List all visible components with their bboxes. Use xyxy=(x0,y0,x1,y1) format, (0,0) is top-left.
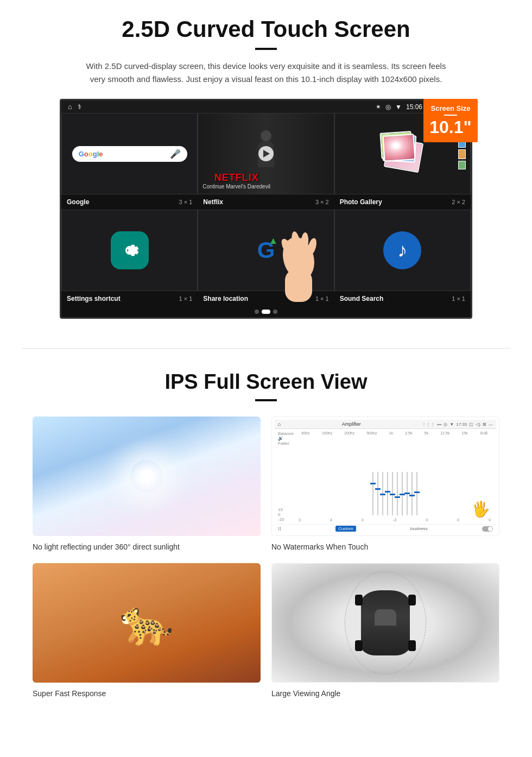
play-triangle-icon xyxy=(263,150,270,157)
section-divider xyxy=(22,348,510,349)
eq-custom-button[interactable]: Custom xyxy=(335,526,356,532)
page-dot-3 xyxy=(273,310,277,314)
share-app-name: Share location xyxy=(203,295,248,302)
status-bar-left: ⌂ ⚕ xyxy=(68,103,81,111)
img-card-eq: ⌂ Amplifier ⋮⋮⋮ ••• ◎ ▼ 17:33 ◫ ◁) ⊠ — xyxy=(271,417,499,552)
cheetah-emoji: 🐆 xyxy=(119,601,174,645)
settings-app-dims: 1 × 1 xyxy=(179,295,193,302)
img-card-cheetah: 🐆 Super Fast Response xyxy=(33,563,261,699)
app-labels-row2: Settings shortcut 1 × 1 Share location 1… xyxy=(61,291,471,306)
eq-prev-icon: ⟨⟨ xyxy=(278,526,281,531)
eq-bullet: ••• xyxy=(437,422,441,427)
cheetah-image: 🐆 xyxy=(33,563,261,683)
app-label-settings: Settings shortcut 1 × 1 xyxy=(61,293,198,304)
status-bar: ⌂ ⚕ ✴ ◎ ▼ 15:06 ◫ ◁) ⊠ ▭ xyxy=(61,100,471,113)
badge-title: Screen Size xyxy=(428,104,473,112)
eq-image: ⌂ Amplifier ⋮⋮⋮ ••• ◎ ▼ 17:33 ◫ ◁) ⊠ — xyxy=(271,417,499,536)
eq-bars-area: 60hz100hz200hz500hz1k2.5k5k12.5k15kSUB xyxy=(296,431,493,522)
gallery-app-name: Photo Gallery xyxy=(340,198,382,206)
app-cell-netflix[interactable]: NETFLIX Continue Marvel's Daredevil xyxy=(198,113,334,194)
sound-app-name: Sound Search xyxy=(340,295,384,302)
device-mockup: Screen Size 10.1" ⌂ ⚕ ✴ ◎ ▼ 15:06 ◫ xyxy=(60,99,472,319)
eq-val-neg10: -10 xyxy=(278,517,294,522)
eq-footer: ⟨⟨ Custom loudness xyxy=(275,524,496,533)
eq-bottom-labels: 340-3000 xyxy=(296,518,493,522)
car-wheel-front-left xyxy=(355,595,363,605)
eq-label-balance: Balance xyxy=(278,431,294,436)
car-wheel-front-right xyxy=(408,595,416,605)
feature-image-grid: No light reflecting under 360° direct su… xyxy=(33,417,499,699)
section1-title: 2.5D Curved Touch Screen xyxy=(33,16,499,42)
gps-icon: ◎ xyxy=(385,103,391,111)
eq-loudness-label: loudness xyxy=(410,526,428,531)
app-cell-share-location[interactable]: G ▲ xyxy=(198,210,334,291)
netflix-logo: NETFLIX xyxy=(202,172,270,184)
netflix-overlay: NETFLIX Continue Marvel's Daredevil xyxy=(202,172,270,190)
eq-val-10: 10 xyxy=(278,507,294,512)
eq-min-icon: — xyxy=(489,422,493,427)
eq-label-fader: Fader xyxy=(278,441,294,446)
img-card-car: Large Viewing Angle xyxy=(271,563,499,699)
eq-y-labels: Balance 🔊 Fader 10 0 -10 xyxy=(278,431,294,522)
google-app-name: Google xyxy=(67,198,89,206)
eq-wifi-icon: ▼ xyxy=(449,422,454,427)
section2-title: IPS Full Screen View xyxy=(33,370,499,394)
page-dot-2-active xyxy=(262,310,270,314)
eq-toggle[interactable] xyxy=(482,526,493,532)
badge-underline xyxy=(444,115,457,116)
eq-gps-icon: ◎ xyxy=(444,422,447,427)
netflix-subtitle: Continue Marvel's Daredevil xyxy=(202,184,270,190)
sky-image xyxy=(33,417,261,536)
page-dots xyxy=(61,306,471,317)
hand-pointing xyxy=(269,231,328,304)
gallery-app-dims: 2 × 2 xyxy=(452,199,465,205)
eq-title: Amplifier xyxy=(342,421,361,427)
google-app-dims: 3 × 1 xyxy=(179,199,193,205)
settings-icon-wrap xyxy=(111,231,149,269)
img-card-sky: No light reflecting under 360° direct su… xyxy=(33,417,261,552)
home-icon: ⌂ xyxy=(68,103,72,111)
eq-hand-icon: 🖐 xyxy=(471,500,490,518)
wifi-icon: ▼ xyxy=(395,103,402,111)
usb-icon: ⚕ xyxy=(78,103,81,111)
car-body xyxy=(361,590,410,655)
status-time: 15:06 xyxy=(406,103,422,111)
app-label-gallery: Photo Gallery 2 × 2 xyxy=(334,197,471,207)
eq-val-0: 0 xyxy=(278,512,294,517)
google-logo: Google xyxy=(79,150,103,158)
cheetah-caption: Super Fast Response xyxy=(33,688,261,699)
eq-vol-icon: ◁) xyxy=(476,422,480,427)
section1-title-underline xyxy=(255,48,277,50)
app-cell-sound-search[interactable]: ♪ xyxy=(334,210,471,291)
settings-app-name: Settings shortcut xyxy=(67,295,121,302)
bluetooth-icon: ✴ xyxy=(376,103,381,111)
google-search-bar[interactable]: Google 🎤 xyxy=(72,146,187,162)
eq-freq-row: 60hz100hz200hz500hz1k2.5k5k12.5k15kSUB xyxy=(296,431,493,435)
section-ips: IPS Full Screen View No light reflecting… xyxy=(0,365,532,715)
app-label-netflix: Netflix 3 × 2 xyxy=(198,197,334,207)
settings-gear-icon xyxy=(118,238,142,262)
app-label-google: Google 3 × 1 xyxy=(61,197,198,207)
eq-home-icon: ⌂ xyxy=(278,421,281,427)
page-dot-1 xyxy=(255,310,259,314)
sound-app-dims: 1 × 1 xyxy=(452,295,465,302)
eq-sliders: 🖐 xyxy=(296,437,493,518)
section-curved-touch: 2.5D Curved Touch Screen With 2.5D curve… xyxy=(0,0,532,332)
gallery-flower-photo xyxy=(383,134,416,162)
eq-close-icon: ⊠ xyxy=(483,422,486,427)
eq-caption: No Watermarks When Touch xyxy=(271,541,499,552)
netflix-play-button[interactable] xyxy=(258,146,274,161)
eq-header: ⌂ Amplifier ⋮⋮⋮ ••• ◎ ▼ 17:33 ◫ ◁) ⊠ — xyxy=(275,420,496,429)
eq-body: Balance 🔊 Fader 10 0 -10 60hz100hz200hz5… xyxy=(275,429,496,524)
eq-nav: ⋮⋮⋮ ••• ◎ ▼ 17:33 ◫ ◁) ⊠ — xyxy=(422,422,493,427)
eq-nav1: ⋮⋮⋮ xyxy=(422,422,435,427)
eq-cam-icon: ◫ xyxy=(469,422,473,427)
sound-icon-wrap: ♪ xyxy=(383,231,421,269)
device-screen: ⌂ ⚕ ✴ ◎ ▼ 15:06 ◫ ◁) ⊠ ▭ xyxy=(60,99,472,319)
app-cell-settings[interactable] xyxy=(61,210,198,291)
app-label-sound: Sound Search 1 × 1 xyxy=(334,293,471,304)
sun-burst xyxy=(130,460,163,493)
google-mic-icon[interactable]: 🎤 xyxy=(170,149,181,159)
app-cell-google[interactable]: Google 🎤 xyxy=(61,113,198,194)
section2-title-underline xyxy=(255,399,277,401)
